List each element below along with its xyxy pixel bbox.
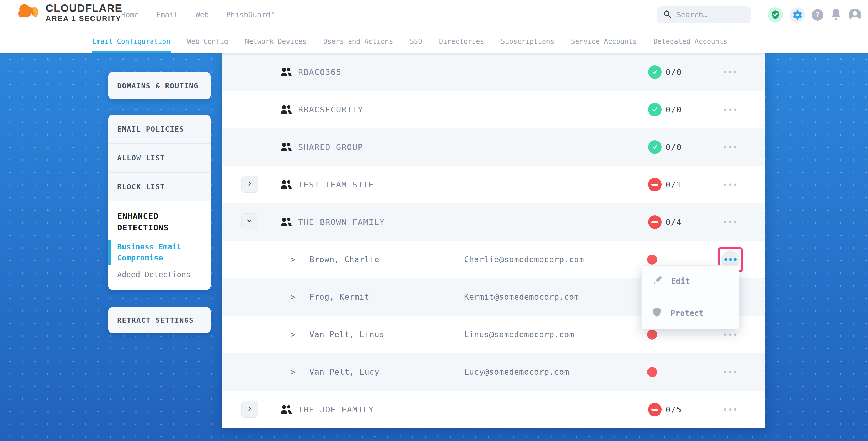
gear-icon[interactable] [790,7,805,23]
table-row-member: > Van Pelt, Lucy Lucy@somedemocorp.com [222,353,765,391]
protected-count: 0/0 [665,128,682,166]
row-menu-button[interactable] [724,408,736,411]
sidebar-item-enhanced-detections[interactable]: ENHANCED DETECTIONS [117,210,180,233]
nav-email[interactable]: Email [156,10,178,19]
status-alert-dot [647,255,657,264]
member-name: Brown, Charlie [309,241,379,278]
tab-users-and-actions[interactable]: Users and Actions [323,30,393,53]
status-ok-icon [648,103,662,117]
group-icon [280,67,292,78]
chevron-right-icon: > [291,241,296,278]
tab-delegated-accounts[interactable]: Delegated Accounts [653,30,727,53]
status-alert-icon [648,178,662,191]
pencil-icon [652,275,662,287]
group-icon [280,405,292,415]
tab-email-configuration[interactable]: Email Configuration [92,30,170,53]
group-icon [280,105,292,115]
group-name: RBACO365 [298,53,341,91]
status-ok-icon [648,140,662,154]
tab-web-config[interactable]: Web Config [187,30,228,53]
sidebar-item-allow-list[interactable]: ALLOW LIST [108,144,211,172]
group-name: THE BROWN FAMILY [298,203,385,241]
table-row: › THE JOE FAMILY 0/5 [222,391,765,428]
nav-home[interactable]: Home [121,10,139,19]
sidebar-item-business-email-compromise[interactable]: Business Email Compromise [117,241,186,263]
group-name: TEST TEAM SITE [298,166,374,203]
tab-network-devices[interactable]: Network Devices [245,30,307,53]
chevron-right-icon: > [291,278,296,316]
member-email: Lucy@somedemocorp.com [464,353,569,391]
member-email: Linus@somedemocorp.com [464,316,574,353]
shield-icon [652,307,662,319]
member-name: Van Pelt, Linus [309,316,384,353]
brand-subtitle: AREA 1 SECURITY [45,15,122,22]
chevron-right-icon: > [291,353,296,391]
protected-count: 0/1 [665,166,682,203]
sidebar-email-policies-card: EMAIL POLICIES ALLOW LIST BLOCK LIST ENH… [108,115,211,290]
table-row: › TEST TEAM SITE 0/1 [222,166,765,203]
section-tabs: Email Configuration Web Config Network D… [0,30,868,53]
sidebar-item-retract-settings[interactable]: RETRACT SETTINGS [108,307,211,333]
tab-subscriptions[interactable]: Subscriptions [501,30,554,53]
status-alert-icon [648,215,662,229]
search-box[interactable] [657,6,750,23]
menu-item-edit[interactable]: Edit [642,265,739,297]
row-context-menu: Edit Protect [642,265,739,329]
shield-check-icon[interactable] [768,7,783,23]
search-icon [663,10,672,20]
sidebar-item-block-list[interactable]: BLOCK LIST [108,172,211,201]
bell-icon[interactable] [830,8,842,22]
table-row: › THE BROWN FAMILY 0/4 [222,203,765,241]
groups-table: RBACO365 0/0 RBACSECURITY 0/0 SHARED_GRO… [222,53,765,428]
status-alert-dot [647,329,657,340]
protected-count: 0/0 [665,53,682,91]
table-row: SHARED_GROUP 0/0 [222,128,765,166]
expand-button[interactable]: › [241,401,258,418]
nav-web[interactable]: Web [196,10,209,19]
table-row: RBACO365 0/0 [222,53,765,91]
expand-button[interactable]: › [241,176,258,193]
member-email: Charlie@somedemocorp.com [464,241,584,278]
avatar-icon[interactable] [848,9,861,21]
collapse-button[interactable]: › [241,213,258,230]
status-alert-icon [648,403,662,416]
tab-directories[interactable]: Directories [439,30,484,53]
sidebar-item-email-policies[interactable]: EMAIL POLICIES [108,115,211,144]
member-name: Frog, Kermit [309,278,370,316]
tab-service-accounts[interactable]: Service Accounts [571,30,637,53]
group-name: SHARED_GROUP [298,128,363,166]
group-name: THE JOE FAMILY [298,391,374,428]
row-menu-button[interactable] [724,183,736,186]
protected-count: 0/4 [665,203,682,241]
brand-name: CLOUDFLARE [45,3,122,14]
protected-count: 0/5 [665,391,682,428]
menu-item-protect[interactable]: Protect [642,297,739,329]
sidebar-enhanced-detections-section: ENHANCED DETECTIONS Business Email Compr… [108,201,211,290]
row-menu-button[interactable] [724,221,736,223]
top-bar: CLOUDFLARE AREA 1 SECURITY Home Email We… [0,0,868,30]
tab-sso[interactable]: SSO [410,30,422,53]
member-email: Kermit@somedemocorp.com [464,278,579,316]
cloudflare-cloud-icon [15,2,41,23]
member-name: Van Pelt, Lucy [309,353,379,391]
chevron-right-icon: > [291,316,296,353]
group-icon [280,180,292,190]
table-row: RBACSECURITY 0/0 [222,91,765,128]
search-input[interactable] [677,10,740,19]
page: CLOUDFLARE AREA 1 SECURITY Home Email We… [0,0,868,441]
nav-phishguard[interactable]: PhishGuard™ [226,10,275,19]
sidebar-item-added-detections[interactable]: Added Detections [117,270,203,279]
protected-count: 0/0 [665,91,682,128]
group-name: RBACSECURITY [298,91,363,128]
group-icon [280,217,292,228]
row-menu-button[interactable] [724,71,736,73]
brand[interactable]: CLOUDFLARE AREA 1 SECURITY [15,2,122,23]
row-menu-button[interactable] [724,146,736,148]
help-icon[interactable]: ? [812,9,824,21]
row-menu-button[interactable] [724,371,736,373]
row-menu-button[interactable] [724,333,736,336]
status-ok-icon [648,65,662,79]
row-menu-button[interactable] [724,108,736,111]
sidebar-item-domains-routing[interactable]: DOMAINS & ROUTING [108,72,211,99]
group-icon [280,143,292,153]
